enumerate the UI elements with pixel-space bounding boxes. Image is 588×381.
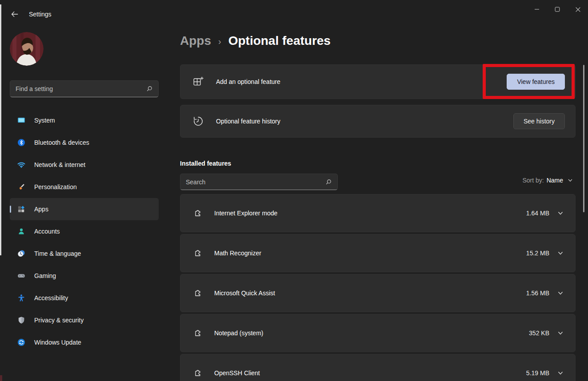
breadcrumb-separator: › (218, 36, 221, 47)
chevron-down-icon[interactable] (557, 290, 564, 297)
vertical-scrollbar[interactable] (583, 65, 584, 212)
display-icon (17, 116, 26, 125)
sidebar-item-label: Network & internet (34, 161, 85, 168)
sidebar-item-label: Apps (34, 206, 48, 213)
history-icon (192, 115, 204, 127)
maximize-icon (555, 7, 560, 12)
selected-indicator (10, 206, 11, 213)
feature-name: Microsoft Quick Assist (214, 290, 275, 297)
sidebar-item-label: Gaming (34, 272, 56, 279)
feature-size: 1.56 MB (526, 290, 549, 297)
puzzle-icon (193, 288, 203, 298)
sidebar-nav: System Bluetooth & devices Network & int… (10, 109, 159, 353)
clock-icon (17, 249, 26, 258)
shield-icon (17, 316, 26, 325)
grid-plus-icon (192, 76, 204, 87)
sidebar-item-windows-update[interactable]: Windows Update (10, 331, 159, 353)
feature-row-openssh-client[interactable]: OpenSSH Client 5.19 MB (180, 354, 576, 381)
search-icon (146, 85, 153, 92)
gamepad-icon (17, 271, 26, 280)
feature-name: Math Recognizer (214, 250, 261, 257)
close-icon (575, 7, 581, 12)
installed-features-title: Installed features (180, 160, 231, 167)
minimize-button[interactable] (527, 0, 547, 19)
sidebar-item-accessibility[interactable]: Accessibility (10, 287, 159, 309)
sidebar-item-gaming[interactable]: Gaming (10, 265, 159, 287)
installed-features-searchbox (180, 174, 338, 190)
chevron-down-icon[interactable] (557, 369, 564, 377)
sidebar-item-label: Windows Update (34, 339, 81, 346)
back-arrow-icon (11, 10, 19, 18)
puzzle-icon (193, 368, 203, 378)
chevron-down-icon[interactable] (557, 210, 564, 217)
sort-by-value: Name (547, 177, 563, 184)
bluetooth-icon (17, 138, 26, 147)
chevron-down-icon[interactable] (557, 250, 564, 257)
sidebar-item-network-internet[interactable]: Network & internet (10, 154, 159, 176)
feature-name: Notepad (system) (214, 329, 263, 337)
puzzle-icon (193, 248, 203, 258)
installed-features-search-input[interactable] (180, 179, 325, 186)
sidebar-item-label: Privacy & security (34, 317, 84, 324)
wifi-icon (17, 160, 26, 169)
sidebar-item-accounts[interactable]: Accounts (10, 220, 159, 242)
titlebar: Settings (0, 0, 588, 21)
sidebar-item-privacy-security[interactable]: Privacy & security (10, 309, 159, 331)
sidebar: System Bluetooth & devices Network & int… (0, 21, 173, 381)
find-setting-searchbox (10, 80, 159, 97)
puzzle-icon (193, 328, 203, 338)
add-optional-feature-label: Add an optional feature (216, 78, 280, 85)
sidebar-item-label: Bluetooth & devices (34, 139, 89, 146)
update-icon (17, 338, 26, 347)
add-optional-feature-card: Add an optional feature View features (180, 64, 576, 99)
sidebar-item-time-language[interactable]: Time & language (10, 242, 159, 265)
feature-row-math-recognizer[interactable]: Math Recognizer 15.2 MB (180, 234, 576, 272)
user-avatar (10, 32, 44, 66)
sidebar-item-label: Accessibility (34, 294, 68, 302)
sidebar-item-apps[interactable]: Apps (10, 198, 159, 220)
sidebar-item-label: Accounts (34, 228, 60, 235)
window-title: Settings (29, 11, 52, 18)
view-features-button[interactable]: View features (507, 74, 565, 90)
back-button[interactable] (8, 8, 21, 20)
sidebar-item-label: Time & language (34, 250, 81, 257)
apps-grid-icon (17, 205, 26, 214)
feature-row-notepad-system[interactable]: Notepad (system) 352 KB (180, 314, 576, 352)
feature-size: 352 KB (529, 329, 549, 337)
optional-feature-history-card: Optional feature history See history (180, 105, 576, 138)
person-icon (17, 227, 26, 236)
page-title: Optional features (228, 34, 331, 48)
window-controls (527, 0, 588, 19)
feature-size: 15.2 MB (526, 250, 549, 257)
breadcrumb: Apps › Optional features (180, 34, 331, 48)
puzzle-icon (193, 208, 203, 218)
see-history-button[interactable]: See history (513, 113, 565, 129)
settings-window: Settings (0, 0, 588, 381)
sidebar-item-bluetooth-devices[interactable]: Bluetooth & devices (10, 131, 159, 154)
maximize-button[interactable] (547, 0, 568, 19)
sidebar-item-personalization[interactable]: Personalization (10, 176, 159, 198)
sidebar-item-label: Personalization (34, 183, 77, 190)
sort-by-dropdown[interactable]: Sort by: Name (522, 177, 573, 184)
sort-by-label: Sort by: (522, 177, 544, 184)
close-button[interactable] (568, 0, 588, 19)
sidebar-item-label: System (34, 117, 55, 124)
optional-feature-history-label: Optional feature history (216, 118, 280, 125)
feature-name: OpenSSH Client (214, 369, 260, 377)
breadcrumb-apps[interactable]: Apps (180, 34, 211, 48)
find-setting-input[interactable] (10, 85, 146, 92)
chevron-down-icon (567, 177, 573, 183)
paintbrush-icon (17, 183, 26, 191)
feature-size: 5.19 MB (526, 369, 549, 377)
minimize-icon (534, 7, 540, 12)
search-icon (325, 179, 332, 186)
feature-name: Internet Explorer mode (214, 210, 277, 217)
feature-row-microsoft-quick-assist[interactable]: Microsoft Quick Assist 1.56 MB (180, 274, 576, 312)
chevron-down-icon[interactable] (557, 329, 564, 337)
sidebar-item-system[interactable]: System (10, 109, 159, 131)
accessibility-icon (17, 294, 26, 302)
feature-row-internet-explorer-mode[interactable]: Internet Explorer mode 1.64 MB (180, 194, 576, 232)
feature-size: 1.64 MB (526, 210, 549, 217)
